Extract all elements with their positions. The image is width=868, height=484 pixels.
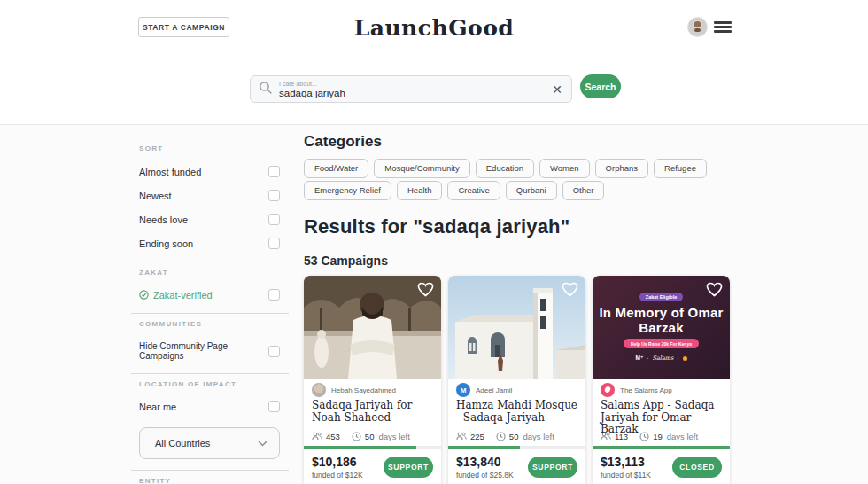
category-pills: Food/Water Mosque/Community Education Wo… <box>304 159 732 200</box>
launchgood-logo[interactable]: LaunchGood <box>0 15 868 41</box>
filter-almost-funded[interactable]: Almost funded <box>131 166 289 177</box>
campaign-cover-image <box>448 276 585 379</box>
campaign-cards: Hebah Sayedahmed Sadaqa Jariyah for Noah… <box>304 276 732 484</box>
organizer-avatar[interactable] <box>312 383 326 397</box>
sidebar-divider <box>131 313 289 314</box>
category-pill[interactable]: Women <box>539 159 590 178</box>
raised-amount: $10,186 <box>312 455 363 469</box>
search-icon <box>259 81 273 98</box>
communities-section-label: COMMUNITIES <box>131 320 289 328</box>
checkbox-near-me[interactable] <box>268 401 280 412</box>
organizer-name: The Salams App <box>620 386 672 394</box>
cover-heading: In Memory of Omar Barzak <box>593 305 730 335</box>
checkbox-almost-funded[interactable] <box>268 166 280 177</box>
supporter-count: 113 <box>615 432 628 441</box>
checkbox-ending-soon[interactable] <box>268 238 280 249</box>
days-left-label: days left <box>667 432 698 441</box>
campaign-card[interactable]: M Adeel Jamil Hamza Mahdi Mosque - Sadaq… <box>448 276 585 484</box>
sidebar-divider <box>131 470 289 471</box>
checkbox-zakat-verified[interactable] <box>268 289 280 301</box>
supporters-icon <box>456 432 467 441</box>
filters-sidebar: SORT Almost funded Newest Needs love End… <box>131 125 289 484</box>
days-count: 19 <box>653 432 663 441</box>
zakat-section-label: ZAKAT <box>131 269 289 277</box>
clock-icon <box>496 432 506 441</box>
campaign-count: 53 Campaigns <box>304 254 732 268</box>
filter-needs-love[interactable]: Needs love <box>131 214 289 225</box>
checkbox-needs-love[interactable] <box>268 214 280 225</box>
search-placeholder-label: I care about... <box>279 81 552 88</box>
cover-logos: M⁺·Salams· <box>636 355 687 362</box>
category-pill[interactable]: Refugee <box>654 159 707 178</box>
sort-section-label: SORT <box>131 144 289 152</box>
organizer-avatar[interactable] <box>601 383 615 397</box>
cover-pill: Help Us Raise 20k For Kenya <box>624 339 699 348</box>
favorite-heart-icon[interactable] <box>706 282 723 301</box>
header: START A CAMPAIGN LaunchGood <box>0 0 868 55</box>
supporter-count: 453 <box>326 432 340 441</box>
raised-amount: $13,840 <box>456 455 514 469</box>
funded-of-goal: funded of $25.8K <box>456 471 514 480</box>
funded-of-goal: funded of $11K <box>601 471 651 480</box>
campaign-cover-image: Zakat Eligible In Memory of Omar Barzak … <box>593 276 730 379</box>
search-box[interactable]: I care about... ✕ <box>250 75 572 103</box>
days-left-label: days left <box>378 432 409 441</box>
user-avatar[interactable] <box>687 17 708 37</box>
sidebar-divider <box>131 373 289 374</box>
results-title: Results for "sadaqa jariyah" <box>304 215 732 238</box>
content-area: SORT Almost funded Newest Needs love End… <box>0 124 868 484</box>
category-pill[interactable]: Emergency Relief <box>304 181 391 200</box>
filter-newest[interactable]: Newest <box>131 190 289 201</box>
campaign-title[interactable]: Hamza Mahdi Mosque - Sadaqa Jariyah <box>456 400 577 425</box>
zakat-eligible-badge: Zakat Eligible <box>639 293 683 301</box>
zakat-verified-icon <box>139 290 149 300</box>
category-pill[interactable]: Creative <box>447 181 500 200</box>
campaign-card[interactable]: Zakat Eligible In Memory of Omar Barzak … <box>593 276 730 484</box>
chevron-down-icon <box>258 441 267 447</box>
checkbox-newest[interactable] <box>268 190 280 201</box>
category-pill[interactable]: Food/Water <box>304 159 368 178</box>
filter-zakat-verified[interactable]: Zakat-verified <box>131 289 289 301</box>
entity-section-label: ENTITY <box>131 477 289 484</box>
organizer-name: Hebah Sayedahmed <box>331 386 396 394</box>
checkbox-hide-community-pages[interactable] <box>268 346 280 357</box>
location-section-label: LOCATION OF IMPACT <box>131 380 289 388</box>
days-count: 50 <box>365 432 375 441</box>
category-pill[interactable]: Orphans <box>595 159 648 178</box>
category-pill[interactable]: Mosque/Community <box>374 159 469 178</box>
category-pill[interactable]: Education <box>476 159 534 178</box>
launchgood-search-page: START A CAMPAIGN LaunchGood I care about… <box>0 0 868 484</box>
campaign-title[interactable]: Salams App - Sadaqa Jariyah for Omar Bar… <box>601 400 722 425</box>
clock-icon <box>352 432 361 441</box>
support-button[interactable]: SUPPORT <box>384 457 433 478</box>
favorite-heart-icon[interactable] <box>417 282 434 301</box>
clear-search-icon[interactable]: ✕ <box>552 83 562 96</box>
days-left-label: days left <box>523 432 554 441</box>
hamburger-menu-icon[interactable] <box>714 20 732 35</box>
results-main: Categories Food/Water Mosque/Community E… <box>304 125 732 484</box>
closed-button[interactable]: CLOSED <box>672 457 722 478</box>
days-count: 50 <box>509 432 519 441</box>
supporters-icon <box>312 432 322 441</box>
organizer-avatar[interactable]: M <box>456 383 470 397</box>
category-pill[interactable]: Qurbani <box>506 181 557 200</box>
campaign-card[interactable]: Hebah Sayedahmed Sadaqa Jariyah for Noah… <box>304 276 441 484</box>
category-pill[interactable]: Health <box>397 181 442 200</box>
filter-hide-community-pages[interactable]: Hide Community Page Campaigns <box>131 341 289 361</box>
funded-of-goal: funded of $12K <box>312 471 363 480</box>
country-dropdown[interactable]: All Countries <box>139 427 280 459</box>
filter-ending-soon[interactable]: Ending soon <box>131 238 289 249</box>
campaign-title[interactable]: Sadaqa Jariyah for Noah Shaheed <box>312 400 433 425</box>
support-button[interactable]: SUPPORT <box>528 457 577 478</box>
supporters-icon <box>601 432 611 441</box>
favorite-heart-icon[interactable] <box>562 282 578 301</box>
category-pill[interactable]: Other <box>562 181 605 200</box>
raised-amount: $13,113 <box>601 455 651 469</box>
supporter-count: 225 <box>470 432 484 441</box>
filter-near-me[interactable]: Near me <box>131 401 289 412</box>
search-input[interactable] <box>279 88 552 99</box>
campaign-cover-image <box>304 276 441 379</box>
organizer-name: Adeel Jamil <box>476 386 512 394</box>
sidebar-divider <box>131 262 289 262</box>
search-button[interactable]: Search <box>580 74 621 98</box>
